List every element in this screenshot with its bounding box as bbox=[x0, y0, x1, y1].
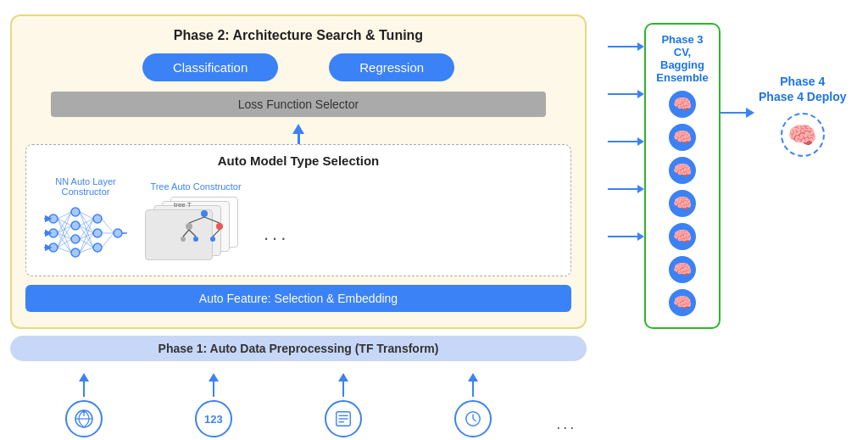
auto-feature-bar: Auto Feature: Selection & Embedding bbox=[25, 285, 571, 312]
arrow-head-categorical bbox=[79, 373, 89, 382]
arrow-head-datetime bbox=[468, 373, 478, 382]
brain-6: 🧠 bbox=[669, 256, 696, 283]
feature-item-numerical: 123 NumericalFeatures bbox=[167, 373, 260, 440]
h-arrow-head-2 bbox=[637, 90, 644, 98]
phase4-area: Phase 4Phase 4 Deploy 🧠 bbox=[759, 74, 847, 157]
phase3-title: Phase 3 CV,BaggingEnsemble bbox=[653, 33, 712, 84]
arrow-stem-datetime bbox=[472, 382, 474, 397]
arrow-right-stem bbox=[721, 112, 746, 114]
arrow-head-text bbox=[338, 373, 348, 382]
svg-line-51 bbox=[183, 230, 189, 237]
phase1-title-bold: Phase 1 bbox=[159, 342, 203, 355]
numerical-icon-text: 123 bbox=[204, 413, 223, 426]
svg-line-50 bbox=[204, 217, 220, 223]
svg-line-53 bbox=[213, 230, 220, 237]
svg-point-45 bbox=[216, 223, 223, 230]
feature-arrow-categorical bbox=[79, 373, 89, 397]
arrow-stem-text bbox=[342, 382, 344, 397]
nn-label: NN Auto Layer Constructor bbox=[47, 176, 124, 197]
auto-model-box: Auto Model Type Selection NN Auto Layer … bbox=[25, 144, 571, 276]
phase2-title: Phase 2: Architecture Search & Tuning bbox=[25, 28, 571, 43]
loss-function-selector: Loss Function Selector bbox=[51, 92, 546, 117]
phase3-box: Phase 3 CV,BaggingEnsemble 🧠 🧠 🧠 🧠 🧠 🧠 🧠 bbox=[644, 23, 721, 329]
svg-text:tree T: tree T bbox=[174, 201, 192, 209]
svg-point-10 bbox=[93, 214, 102, 223]
svg-point-13 bbox=[114, 229, 122, 237]
phase1-bar: Phase 1: Auto Data Preprocessing (TF Tra… bbox=[10, 336, 587, 361]
arrow-stem-numerical bbox=[213, 382, 214, 397]
brain-7: 🧠 bbox=[669, 289, 696, 316]
svg-point-6 bbox=[71, 208, 80, 216]
h-arrow-stem-2 bbox=[608, 93, 637, 95]
auto-model-title: Auto Model Type Selection bbox=[35, 153, 562, 168]
svg-point-12 bbox=[93, 243, 102, 252]
h-arrow-stem-5 bbox=[608, 236, 637, 237]
svg-point-46 bbox=[181, 237, 186, 242]
phase4-deploy-icon: 🧠 bbox=[781, 113, 825, 157]
svg-point-44 bbox=[186, 223, 192, 230]
h-arrow-head-5 bbox=[637, 232, 644, 241]
h-arrow-head-3 bbox=[637, 137, 644, 146]
h-arrow-2 bbox=[608, 90, 644, 98]
svg-point-7 bbox=[71, 221, 80, 230]
svg-line-64 bbox=[473, 419, 476, 421]
phase3-brains: 🧠 🧠 🧠 🧠 🧠 🧠 🧠 bbox=[669, 91, 696, 319]
tree-label: Tree Auto Constructor bbox=[150, 181, 241, 192]
text-svg bbox=[334, 409, 353, 428]
brain-3: 🧠 bbox=[669, 157, 696, 184]
svg-line-52 bbox=[189, 230, 196, 237]
constructors-row: NN Auto Layer Constructor bbox=[35, 176, 562, 265]
svg-point-47 bbox=[193, 237, 198, 242]
h-arrow-head-1 bbox=[637, 42, 644, 51]
phase4-title: Phase 4Phase 4 Deploy bbox=[759, 74, 847, 104]
model-dots: ... bbox=[264, 198, 289, 245]
svg-point-11 bbox=[93, 229, 102, 237]
regression-button[interactable]: Regression bbox=[329, 53, 454, 81]
svg-point-56 bbox=[82, 411, 85, 414]
nn-diagram bbox=[43, 202, 128, 265]
h-arrow-3 bbox=[608, 137, 644, 146]
h-arrow-4 bbox=[608, 185, 644, 193]
svg-line-24 bbox=[58, 239, 71, 248]
tree-inner-svg: tree T bbox=[170, 197, 238, 248]
arrow-head-numerical bbox=[209, 373, 219, 382]
brain-1: 🧠 bbox=[669, 91, 696, 118]
up-arrow bbox=[25, 124, 571, 144]
svg-point-43 bbox=[201, 210, 208, 217]
h-arrow-1 bbox=[608, 42, 644, 51]
classification-button[interactable]: Classification bbox=[142, 53, 278, 81]
svg-line-38 bbox=[102, 219, 114, 233]
h-arrow-head-4 bbox=[637, 185, 644, 193]
arrow-right-head bbox=[746, 108, 754, 118]
features-row: CategoricalFeatures 123 NumericalFeature… bbox=[10, 373, 604, 440]
numerical-icon: 123 bbox=[195, 400, 232, 437]
phase1-title-rest: : Auto Data Preprocessing (TF Transform) bbox=[203, 342, 438, 355]
brain-2: 🧠 bbox=[669, 124, 696, 151]
phase2-box: Phase 2: Architecture Search & Tuning Cl… bbox=[10, 14, 587, 329]
svg-line-40 bbox=[102, 233, 114, 248]
nn-constructor: NN Auto Layer Constructor bbox=[43, 176, 128, 265]
tree-constructor: Tree Auto Constructor tree T bbox=[145, 181, 247, 260]
phase2-title-bold: Phase 2 bbox=[174, 28, 225, 42]
arrow-stem-categorical bbox=[83, 382, 85, 397]
tree-stack: tree T bbox=[145, 197, 247, 260]
feature-item-text: TextFeatures bbox=[297, 373, 390, 440]
svg-point-1 bbox=[49, 229, 58, 237]
pill-row: Classification Regression bbox=[25, 53, 571, 81]
right-connector: Phase 3 CV,BaggingEnsemble 🧠 🧠 🧠 🧠 🧠 🧠 🧠 bbox=[608, 14, 847, 329]
feature-arrow-text bbox=[338, 373, 348, 397]
feature-arrow-numerical bbox=[209, 373, 219, 397]
phase2-title-rest: : Architecture Search & Tuning bbox=[225, 28, 423, 42]
h-arrow-stem-1 bbox=[608, 46, 637, 47]
categorical-svg bbox=[74, 409, 94, 429]
phase3-to-phase4-arrow bbox=[721, 108, 754, 118]
nn-svg bbox=[43, 202, 128, 265]
datetime-svg bbox=[464, 409, 482, 428]
svg-point-9 bbox=[71, 248, 80, 257]
h-arrow-stem-3 bbox=[608, 141, 637, 142]
brain-5: 🧠 bbox=[669, 223, 696, 250]
diagram-container: Phase 2: Architecture Search & Tuning Cl… bbox=[6, 6, 862, 434]
svg-line-49 bbox=[189, 217, 204, 223]
phase3-section: Phase 3 CV,BaggingEnsemble 🧠 🧠 🧠 🧠 🧠 🧠 🧠 bbox=[608, 23, 847, 329]
left-area: Phase 2: Architecture Search & Tuning Cl… bbox=[10, 14, 604, 440]
